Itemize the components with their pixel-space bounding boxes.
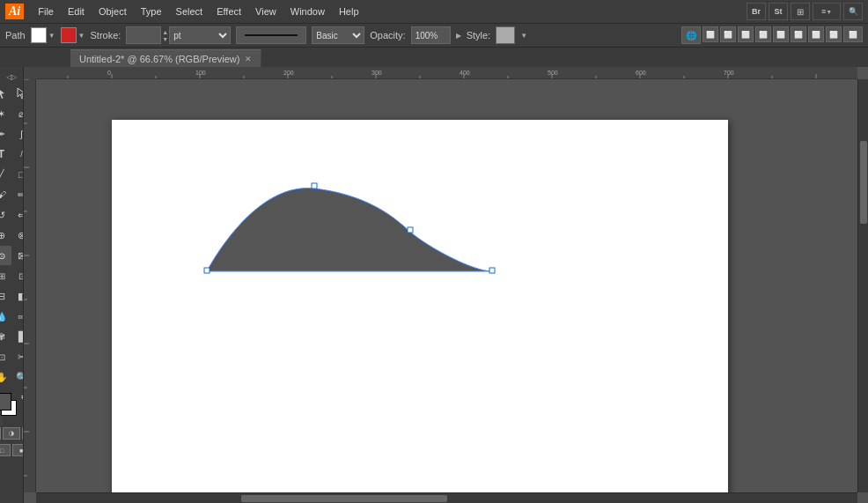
document-tab[interactable]: Untitled-2* @ 66.67% (RGB/Preview) ✕ (70, 49, 261, 67)
symbol-sprayer-btn[interactable]: ✾ (0, 327, 11, 346)
workspace-chevron: ▼ (826, 9, 832, 15)
menu-view[interactable]: View (248, 4, 283, 18)
align-btn-7[interactable]: ⬜ (808, 26, 824, 42)
stroke-unit-select[interactable]: ptpx (169, 26, 231, 44)
basic-select[interactable]: Basic (312, 26, 364, 44)
menu-edit[interactable]: Edit (61, 4, 92, 18)
perspective-grid-btn[interactable]: ⊞ (0, 266, 11, 285)
style-swatch[interactable] (496, 26, 515, 44)
opacity-chevron[interactable]: ▶ (456, 32, 461, 40)
search-btn[interactable]: 🔍 (843, 3, 863, 20)
reflect-icon: ⇔ (18, 210, 24, 221)
solid-fill-btn[interactable]: ■ (0, 427, 1, 440)
shape-container (200, 173, 499, 289)
width-tool-icon: ⊙ (0, 251, 5, 261)
scrollbar-v-thumb[interactable] (860, 141, 867, 224)
type-btn[interactable]: T (0, 144, 11, 164)
warp-btn[interactable]: ⊗ (12, 226, 25, 245)
align-btn-1[interactable]: ⬜ (702, 26, 718, 42)
eyedropper-btn[interactable]: 💧 (0, 307, 11, 326)
gradient-btn[interactable]: ◧ (12, 286, 25, 306)
normal-screen-btn[interactable]: □ (0, 444, 11, 456)
line-btn[interactable]: ╱ (0, 165, 11, 184)
stroke-down-btn[interactable]: ▼ (162, 36, 168, 42)
fullscreen-btn[interactable]: ■ (12, 444, 24, 456)
reflect-btn[interactable]: ⇔ (12, 205, 25, 225)
align-btn-9[interactable]: ⬜ (843, 26, 863, 42)
app-logo: Ai (5, 4, 24, 19)
slice-btn[interactable]: ✂ (12, 347, 25, 366)
svg-rect-30 (24, 79, 36, 492)
scrollbar-h-thumb[interactable] (241, 495, 446, 502)
direct-select-tool-btn[interactable] (12, 84, 25, 103)
magic-wand-btn[interactable]: ✶ (0, 104, 11, 123)
align-btn-4[interactable]: ⬜ (755, 26, 771, 42)
rotate-icon: ↺ (0, 210, 5, 221)
scrollbar-vertical[interactable] (857, 79, 868, 492)
tool-row-14: ⊡ ✂ (0, 347, 24, 366)
global-icon[interactable]: 🌐 (681, 26, 701, 44)
touch-type-btn[interactable]: / (12, 144, 25, 164)
menu-file[interactable]: File (31, 4, 61, 18)
bridge-icon-btn[interactable]: Br (747, 3, 766, 20)
workspace-btn[interactable]: ≡ ▼ (813, 3, 841, 20)
rotate-btn[interactable]: ↺ (0, 205, 11, 225)
style-label: Style: (467, 30, 491, 41)
pen-btn[interactable]: ✒ (0, 124, 11, 144)
align-btn-6[interactable]: ⬜ (791, 26, 806, 42)
align-btn-8[interactable]: ⬜ (826, 26, 842, 42)
stroke-value-input[interactable] (126, 26, 161, 44)
hand-btn[interactable]: ✋ (0, 367, 11, 387)
align-btn-5[interactable]: ⬜ (773, 26, 789, 42)
rect-btn[interactable]: □ (12, 165, 25, 184)
menu-help[interactable]: Help (332, 4, 366, 18)
svg-text:700: 700 (724, 70, 734, 76)
align-btn-3[interactable]: ⬜ (738, 26, 754, 42)
align-btn-2[interactable]: ⬜ (720, 26, 736, 42)
reset-colors-btn[interactable]: ⬛ (0, 417, 3, 425)
tool-row-5: ╱ □ (0, 165, 24, 184)
stroke-swatch[interactable] (61, 27, 77, 43)
mesh-btn[interactable]: ⊟ (0, 286, 11, 306)
artboard-btn[interactable]: ⊡ (0, 347, 11, 366)
eyedropper-icon: 💧 (0, 312, 7, 322)
opacity-input[interactable]: 100% (411, 26, 451, 44)
control-point-right[interactable] (408, 227, 413, 233)
free-transform-btn[interactable]: ⊠ (12, 246, 25, 265)
gradient-fill-btn[interactable]: ◑ (3, 427, 20, 440)
path-shape[interactable] (207, 189, 492, 271)
scrollbar-horizontal[interactable] (36, 492, 857, 503)
menu-window[interactable]: Window (283, 4, 332, 18)
perspective-select-btn[interactable]: ⊡ (12, 266, 25, 285)
menu-effect[interactable]: Effect (210, 4, 248, 18)
menu-type[interactable]: Type (134, 4, 169, 18)
lasso-btn[interactable]: ⌀ (12, 104, 25, 123)
scale-btn[interactable]: ⊕ (0, 226, 11, 245)
stock-icon-btn[interactable]: St (769, 3, 788, 20)
fill-swatch[interactable] (31, 27, 47, 43)
paintbrush-btn[interactable]: 🖌 (0, 185, 11, 204)
tab-close-btn[interactable]: ✕ (245, 55, 252, 63)
pencil-btn[interactable]: ✏ (12, 185, 25, 204)
column-graph-btn[interactable]: ▊ (12, 327, 25, 346)
grid-view-btn[interactable]: ⊞ (791, 3, 810, 20)
foreground-color-swatch[interactable] (0, 393, 11, 411)
toolbox-collapse-btn[interactable]: ◁▷ (2, 70, 21, 83)
curvature-btn[interactable]: ∫ (12, 124, 25, 144)
warp-icon: ⊗ (18, 230, 24, 241)
menu-select[interactable]: Select (169, 4, 210, 18)
style-chevron[interactable]: ▼ (520, 32, 527, 40)
options-bar: Path ▼ ▼ Stroke: ▲ ▼ ptpx Basic Opacity:… (0, 23, 868, 48)
control-point-top[interactable] (312, 183, 317, 189)
width-tool-btn[interactable]: ⊙ (0, 246, 11, 265)
blend-btn[interactable]: ∞ (12, 307, 25, 326)
selection-tool-btn[interactable] (0, 84, 11, 103)
anchor-point-right[interactable] (489, 268, 495, 273)
zoom-btn[interactable]: 🔍 (12, 367, 25, 387)
menu-object[interactable]: Object (92, 4, 134, 18)
stroke-up-btn[interactable]: ▲ (162, 29, 168, 35)
stroke-swatch-chevron[interactable]: ▼ (78, 32, 85, 40)
fill-chevron[interactable]: ▼ (48, 32, 55, 40)
tool-row-11: ⊟ ◧ (0, 286, 24, 306)
anchor-point-left[interactable] (204, 268, 210, 273)
